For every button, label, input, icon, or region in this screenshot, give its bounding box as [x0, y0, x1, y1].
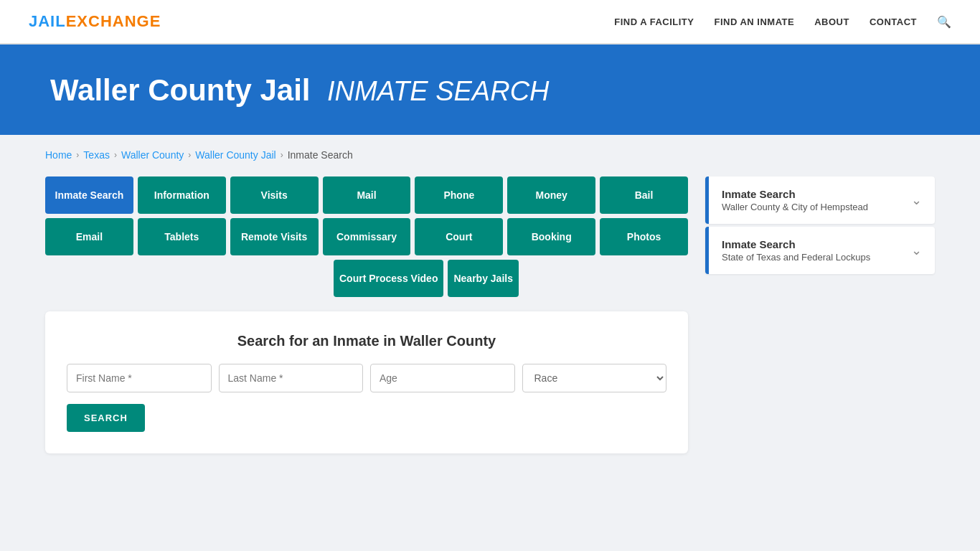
tab-btn-court[interactable]: Court	[415, 218, 503, 255]
tab-btn-inmate-search[interactable]: Inmate Search	[45, 176, 133, 214]
breadcrumb-texas[interactable]: Texas	[83, 149, 110, 161]
tab-btn-information[interactable]: Information	[138, 176, 226, 214]
nav-find-inmate[interactable]: FIND AN INMATE	[714, 17, 794, 27]
sidebar-card-1-header[interactable]: Inmate Search Waller County & City of He…	[709, 176, 935, 224]
sidebar-card-1-subtitle: Waller County & City of Hempstead	[722, 202, 868, 212]
tab-btn-bail[interactable]: Bail	[600, 176, 688, 214]
breadcrumb-home[interactable]: Home	[45, 149, 72, 161]
left-content: Inmate SearchInformationVisitsMailPhoneM…	[45, 176, 688, 453]
tab-btn-remote-visits[interactable]: Remote Visits	[230, 218, 319, 255]
right-sidebar: Inmate Search Waller County & City of He…	[705, 176, 935, 277]
sidebar-card-2-text: Inmate Search State of Texas and Federal…	[722, 238, 870, 263]
main-layout: Inmate SearchInformationVisitsMailPhoneM…	[45, 176, 935, 453]
tab-btn-nearby-jails[interactable]: Nearby Jails	[448, 260, 519, 297]
tab-btn-tablets[interactable]: Tablets	[138, 218, 226, 255]
breadcrumb-sep-1: ›	[76, 150, 79, 160]
search-button[interactable]: SEARCH	[67, 404, 145, 432]
breadcrumb: Home › Texas › Waller County › Waller Co…	[45, 149, 935, 161]
search-icon[interactable]: 🔍	[937, 15, 951, 29]
tab-btn-phone[interactable]: Phone	[415, 176, 503, 214]
hero-title-main: Waller County Jail	[50, 73, 311, 107]
sidebar-card-1-text: Inmate Search Waller County & City of He…	[722, 188, 868, 212]
tab-btn-money[interactable]: Money	[507, 176, 595, 214]
sidebar-card-2-header[interactable]: Inmate Search State of Texas and Federal…	[709, 227, 935, 274]
search-box: Search for an Inmate in Waller County Ra…	[45, 311, 688, 453]
last-name-input[interactable]	[219, 364, 364, 392]
nav-find-facility[interactable]: FIND A FACILITY	[614, 17, 694, 27]
logo[interactable]: JAILEXCHANGE	[29, 12, 161, 31]
nav-contact[interactable]: CONTACT	[870, 17, 917, 27]
hero-banner: Waller County Jail INMATE SEARCH	[0, 44, 980, 135]
sidebar-card-2-subtitle: State of Texas and Federal Lockups	[722, 252, 870, 263]
race-select[interactable]: Race	[522, 364, 667, 392]
tab-btn-mail[interactable]: Mail	[323, 176, 411, 214]
breadcrumb-sep-4: ›	[281, 150, 283, 160]
sidebar-card-2-title: Inmate Search	[722, 238, 870, 250]
tab-btn-visits[interactable]: Visits	[230, 176, 319, 214]
tab-btn-court-process-video[interactable]: Court Process Video	[334, 260, 443, 297]
sidebar-card-1: Inmate Search Waller County & City of He…	[705, 176, 935, 224]
nav-about[interactable]: ABOUT	[814, 17, 849, 27]
tab-btn-photos[interactable]: Photos	[600, 218, 688, 255]
main-nav: FIND A FACILITY FIND AN INMATE ABOUT CON…	[614, 15, 951, 29]
sidebar-card-2: Inmate Search State of Texas and Federal…	[705, 227, 935, 274]
breadcrumb-waller-county[interactable]: Waller County	[121, 149, 184, 161]
breadcrumb-current: Inmate Search	[288, 149, 353, 161]
tab-btn-commissary[interactable]: Commissary	[323, 218, 411, 255]
search-fields: Race	[67, 364, 666, 392]
chevron-down-icon-2: ⌄	[911, 242, 922, 258]
breadcrumb-sep-3: ›	[188, 150, 191, 160]
chevron-down-icon-1: ⌄	[911, 192, 922, 208]
logo-jail: JAIL	[29, 12, 66, 30]
tab-row-2: EmailTabletsRemote VisitsCommissaryCourt…	[45, 218, 688, 255]
hero-title-italic: INMATE SEARCH	[327, 76, 550, 106]
header: JAILEXCHANGE FIND A FACILITY FIND AN INM…	[0, 0, 980, 44]
logo-exchange: EXCHANGE	[66, 12, 161, 30]
age-input[interactable]	[370, 364, 515, 392]
sidebar-card-1-title: Inmate Search	[722, 188, 868, 200]
breadcrumb-sep-2: ›	[114, 150, 117, 160]
tab-btn-booking[interactable]: Booking	[507, 218, 595, 255]
tab-row-3: Court Process VideoNearby Jails	[45, 260, 688, 297]
page-title: Waller County Jail INMATE SEARCH	[50, 73, 930, 108]
tab-btn-email[interactable]: Email	[45, 218, 133, 255]
main-content: Home › Texas › Waller County › Waller Co…	[24, 135, 956, 468]
search-title: Search for an Inmate in Waller County	[67, 333, 666, 349]
first-name-input[interactable]	[67, 364, 212, 392]
tab-row-1: Inmate SearchInformationVisitsMailPhoneM…	[45, 176, 688, 214]
breadcrumb-jail[interactable]: Waller County Jail	[195, 149, 275, 161]
